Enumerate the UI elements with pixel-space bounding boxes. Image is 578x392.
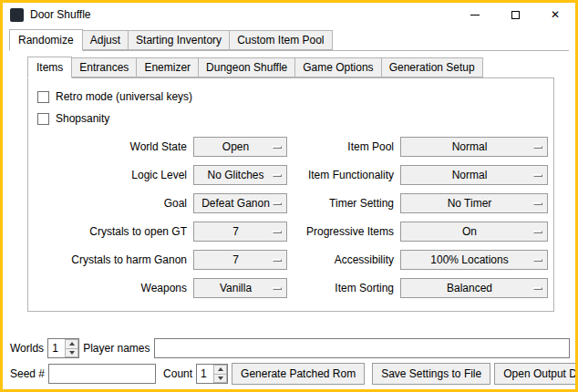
crystals-ganon-dropdown[interactable]: 7 (193, 250, 287, 270)
timer-setting-dropdown[interactable]: No Timer (400, 193, 548, 213)
tab-enemizer[interactable]: Enemizer (136, 57, 199, 77)
options-grid: World State Open Item Pool Normal Logic … (36, 137, 546, 298)
worlds-spinbox[interactable]: 1 (47, 338, 79, 358)
window-controls: ✕ (455, 3, 575, 26)
item-functionality-label: Item Functionality (292, 169, 396, 181)
dropdown-indicator-icon (273, 146, 282, 149)
item-functionality-dropdown[interactable]: Normal (400, 165, 548, 185)
tab-items[interactable]: Items (27, 57, 72, 78)
progressive-items-dropdown[interactable]: On (400, 222, 548, 242)
tab-entrances[interactable]: Entrances (71, 57, 137, 77)
titlebar: Door Shuffle ✕ (3, 3, 575, 26)
close-button[interactable]: ✕ (535, 3, 575, 26)
timer-setting-label: Timer Setting (292, 197, 396, 210)
player-names-input[interactable] (154, 338, 571, 358)
dropdown-indicator-icon (273, 231, 282, 233)
dropdown-indicator-icon (273, 202, 282, 205)
items-pane: Retro mode (universal keys) Shopsanity W… (27, 77, 554, 312)
arrow-down-icon (69, 351, 75, 355)
worlds-spin-up[interactable] (65, 339, 78, 349)
maximize-icon (511, 11, 520, 19)
tab-adjust[interactable]: Adjust (82, 30, 129, 50)
accessibility-label: Accessibility (292, 253, 396, 266)
logic-level-label: Logic Level (36, 169, 189, 181)
count-spinbox[interactable]: 1 (196, 364, 228, 384)
accessibility-dropdown[interactable]: 100% Locations (400, 250, 548, 270)
generate-rom-button[interactable]: Generate Patched Rom (232, 363, 365, 385)
dropdown-indicator-icon (533, 231, 542, 233)
retro-mode-checkbox[interactable] (37, 91, 49, 103)
shopsanity-checkbox[interactable] (37, 113, 49, 125)
bottom-controls: Worlds 1 Player names Seed # Count 1 (3, 334, 575, 389)
dropdown-indicator-icon (533, 146, 542, 149)
dropdown-indicator-icon (533, 259, 542, 262)
worlds-spin-down[interactable] (65, 349, 78, 358)
tab-randomize[interactable]: Randomize (9, 29, 83, 51)
shopsanity-label: Shopsanity (56, 112, 109, 125)
arrow-up-icon (218, 367, 223, 371)
retro-mode-label: Retro mode (universal keys) (56, 90, 192, 103)
dropdown-indicator-icon (273, 174, 282, 177)
retro-mode-row: Retro mode (universal keys) (37, 86, 546, 108)
maximize-button[interactable] (495, 3, 535, 26)
worlds-label: Worlds (10, 342, 44, 355)
progressive-items-label: Progressive Items (292, 225, 396, 238)
tab-custom-item-pool[interactable]: Custom Item Pool (229, 30, 332, 50)
world-state-dropdown[interactable]: Open (193, 137, 287, 157)
weapons-dropdown[interactable]: Vanilla (193, 278, 287, 298)
minimize-button[interactable] (455, 3, 495, 26)
seed-label: Seed # (10, 367, 45, 380)
save-settings-button[interactable]: Save Settings to File (372, 363, 490, 385)
item-pool-dropdown[interactable]: Normal (400, 137, 548, 157)
inner-tab-bar: Items Entrances Enemizer Dungeon Shuffle… (27, 57, 569, 77)
item-pool-label: Item Pool (292, 140, 396, 153)
arrow-down-icon (218, 377, 223, 380)
weapons-label: Weapons (36, 282, 189, 294)
door-shuffle-window: Door Shuffle ✕ Randomize Adjust Starting… (0, 0, 578, 392)
item-sorting-label: Item Sorting (292, 282, 396, 294)
logic-level-dropdown[interactable]: No Glitches (193, 165, 287, 185)
crystals-ganon-label: Crystals to harm Ganon (36, 253, 189, 266)
tab-game-options[interactable]: Game Options (294, 57, 381, 77)
count-spin-down[interactable] (213, 375, 227, 384)
dropdown-indicator-icon (533, 174, 542, 177)
shopsanity-row: Shopsanity (37, 108, 546, 129)
seed-input[interactable] (48, 364, 156, 384)
dropdown-indicator-icon (533, 202, 542, 205)
seed-row: Seed # Count 1 Generate Patched Rom Save… (10, 363, 570, 385)
outer-tab-bar: Randomize Adjust Starting Inventory Cust… (9, 29, 569, 50)
tab-generation-setup[interactable]: Generation Setup (381, 57, 483, 77)
dropdown-indicator-icon (273, 287, 282, 290)
dropdown-indicator-icon (273, 259, 282, 262)
window-title: Door Shuffle (30, 8, 91, 21)
minimize-icon (470, 15, 480, 15)
item-sorting-dropdown[interactable]: Balanced (400, 278, 548, 298)
world-state-label: World State (36, 140, 189, 153)
player-names-label: Player names (83, 342, 150, 355)
crystals-gt-dropdown[interactable]: 7 (193, 222, 287, 242)
goal-dropdown[interactable]: Defeat Ganon (193, 193, 287, 213)
randomize-pane: Items Entrances Enemizer Dungeon Shuffle… (9, 50, 569, 312)
tab-dungeon-shuffle[interactable]: Dungeon Shuffle (198, 57, 295, 77)
crystals-gt-label: Crystals to open GT (36, 225, 189, 238)
arrow-up-icon (69, 342, 75, 346)
open-output-button[interactable]: Open Output Directory (494, 363, 578, 385)
dropdown-indicator-icon (533, 287, 542, 290)
app-icon (10, 8, 24, 22)
close-icon: ✕ (551, 9, 560, 20)
tab-starting-inventory[interactable]: Starting Inventory (128, 30, 230, 50)
count-label: Count (163, 367, 192, 380)
count-spin-up[interactable] (213, 365, 227, 375)
goal-label: Goal (36, 197, 189, 210)
worlds-row: Worlds 1 Player names (10, 337, 570, 359)
